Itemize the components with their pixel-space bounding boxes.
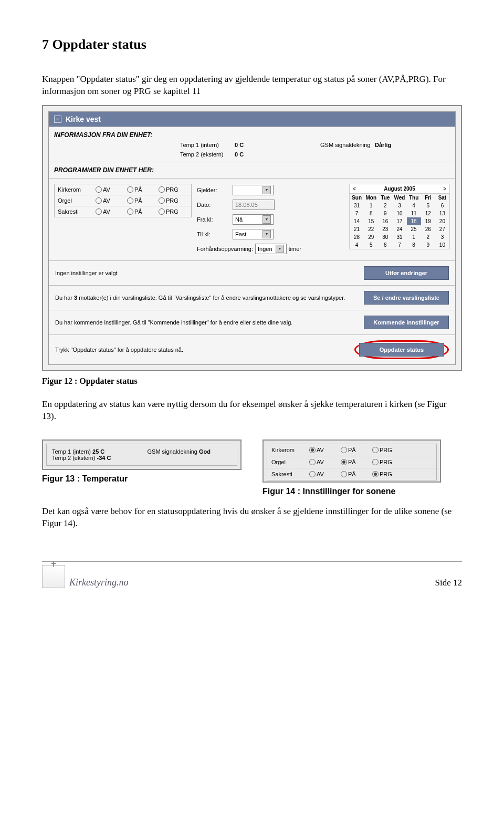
row1-text: Ingen instillinger er valgt [55, 270, 364, 276]
temp1-value: 0 C [235, 142, 244, 148]
calendar-day[interactable]: 4 [407, 202, 421, 210]
calendar-day[interactable]: 14 [350, 217, 364, 225]
calendar-day[interactable]: 25 [407, 225, 421, 233]
figure-12-caption: Figur 12 : Oppdater status [42, 376, 462, 386]
radio-av[interactable] [309, 459, 316, 465]
calendar-day[interactable]: 30 [378, 233, 392, 241]
calendar-day[interactable]: 6 [378, 241, 392, 249]
calendar-day[interactable]: 5 [421, 202, 435, 210]
calendar-day[interactable]: 7 [350, 210, 364, 217]
calendar-day[interactable]: 26 [421, 225, 435, 233]
calendar-day[interactable]: 9 [421, 241, 435, 249]
radio-prg[interactable] [159, 197, 165, 204]
radio-av[interactable] [309, 447, 316, 453]
calendar-day[interactable]: 6 [435, 202, 449, 210]
calendar-day[interactable]: 13 [435, 210, 449, 217]
radio-prg[interactable] [372, 471, 379, 477]
kommende-button[interactable]: Kommende innstillinger [364, 316, 449, 329]
radio-prg[interactable] [372, 447, 379, 453]
radio-pa[interactable] [341, 447, 347, 453]
zone-row: Orgel AV PÅ PRG [267, 456, 436, 468]
panel-title: Kirke vest [66, 115, 101, 123]
calendar-day[interactable]: 28 [350, 233, 364, 241]
calendar-day[interactable]: 3 [435, 233, 449, 241]
gjelder-label: Gjelder: [197, 187, 229, 193]
oppdater-status-button[interactable]: Oppdater status [359, 343, 444, 357]
calendar-day[interactable]: 29 [364, 233, 378, 241]
temp1-label: Temp 1 (intern) [180, 142, 233, 148]
calendar-day[interactable]: 2 [421, 233, 435, 241]
calendar-day[interactable]: 19 [421, 217, 435, 225]
calendar-day[interactable]: 17 [392, 217, 406, 225]
zone-row: Orgel AV PÅ PRG [55, 195, 191, 206]
calendar-day[interactable]: 21 [350, 225, 364, 233]
zone-name: Kirkerom [271, 447, 307, 453]
figure-13-caption: Figur 13 : Temperatur [42, 474, 242, 484]
calendar-day[interactable]: 16 [378, 217, 392, 225]
zone-name: Kirkerom [58, 186, 93, 193]
cal-prev-icon[interactable]: < [353, 186, 356, 192]
calendar-day[interactable]: 2 [378, 202, 392, 210]
church-icon [42, 565, 65, 588]
calendar[interactable]: < August 2005 > SunMonTueWedThuFriSat 31… [349, 184, 450, 249]
calendar-day[interactable]: 4 [350, 241, 364, 249]
zone-row: Sakresti AV PÅ PRG [55, 206, 191, 217]
dato-input[interactable]: 18.08.05 [233, 200, 275, 210]
snip-t2-value: -34 C [97, 455, 111, 461]
calendar-day[interactable]: 11 [407, 210, 421, 217]
forh-select[interactable]: Ingen [255, 244, 287, 254]
snip-gsm-label: GSM signaldekning [148, 448, 199, 455]
zone-name: Sakresti [271, 471, 307, 477]
calendar-day[interactable]: 10 [435, 241, 449, 249]
row2-text: Du har 3 mottaker(e) i din varslingslist… [55, 295, 364, 301]
radio-prg[interactable] [159, 186, 165, 193]
calendar-day[interactable]: 9 [378, 210, 392, 217]
highlight-circle: Oppdater status [354, 340, 449, 359]
collapse-icon[interactable]: − [54, 116, 61, 123]
calendar-day[interactable]: 31 [350, 202, 364, 210]
mid-paragraph: En oppdatering av status kan være nyttig… [42, 399, 462, 423]
calendar-day[interactable]: 3 [392, 202, 406, 210]
calendar-day[interactable]: 18 [407, 217, 421, 225]
calendar-day[interactable]: 22 [364, 225, 378, 233]
radio-prg[interactable] [372, 459, 379, 465]
forh-label: Forhåndsoppvarming: [197, 246, 253, 252]
radio-pa[interactable] [341, 459, 347, 465]
cal-month: August 2005 [384, 186, 415, 192]
calendar-day[interactable]: 15 [364, 217, 378, 225]
zone-name: Orgel [271, 459, 307, 465]
zone-name: Orgel [58, 197, 93, 204]
calendar-day[interactable]: 24 [392, 225, 406, 233]
calendar-day[interactable]: 5 [364, 241, 378, 249]
zone-row: Sakresti AV PÅ PRG [267, 468, 436, 480]
footer-divider [42, 561, 462, 562]
calendar-day[interactable]: 7 [392, 241, 406, 249]
calendar-day[interactable]: 27 [435, 225, 449, 233]
calendar-day[interactable]: 10 [392, 210, 406, 217]
gjelder-select[interactable] [233, 185, 274, 195]
gsm-value: Dårlig [375, 142, 391, 148]
zone-table: Kirkerom AV PÅ PRG Orgel AV PÅ PRG S [54, 184, 192, 217]
radio-pa[interactable] [127, 208, 133, 215]
radio-prg[interactable] [159, 208, 165, 215]
radio-pa[interactable] [341, 471, 347, 477]
fra-select[interactable]: Nå [233, 214, 274, 225]
radio-av[interactable] [96, 197, 102, 204]
til-select[interactable]: Fast [233, 229, 274, 239]
calendar-day[interactable]: 1 [407, 233, 421, 241]
calendar-day[interactable]: 1 [364, 202, 378, 210]
cal-next-icon[interactable]: > [443, 186, 446, 192]
calendar-day[interactable]: 23 [378, 225, 392, 233]
varslingsliste-button[interactable]: Se / endre varslingsliste [364, 291, 449, 305]
calendar-day[interactable]: 20 [435, 217, 449, 225]
radio-av[interactable] [96, 208, 102, 215]
calendar-day[interactable]: 8 [364, 210, 378, 217]
radio-pa[interactable] [127, 197, 133, 204]
calendar-day[interactable]: 12 [421, 210, 435, 217]
radio-pa[interactable] [127, 186, 133, 193]
calendar-day[interactable]: 31 [392, 233, 406, 241]
calendar-day[interactable]: 8 [407, 241, 421, 249]
radio-av[interactable] [96, 186, 102, 193]
utfor-button[interactable]: Utfør endringer [364, 266, 449, 280]
radio-av[interactable] [309, 471, 316, 477]
